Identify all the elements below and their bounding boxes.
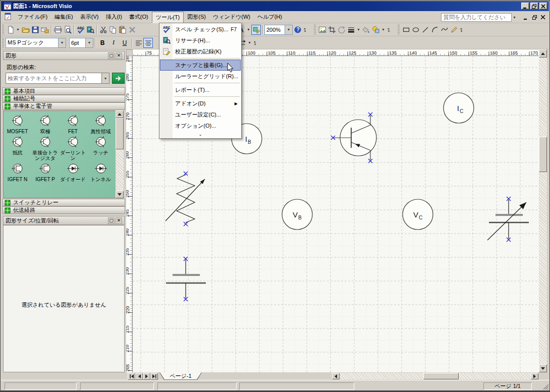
- toolbar-overflow-icon[interactable]: ▸▾: [386, 25, 392, 35]
- fill-bucket-button[interactable]: [361, 25, 371, 35]
- previous-page-icon[interactable]: [135, 373, 143, 380]
- menu-item-tools[interactable]: ABCスペル チェック(S)...F7: [160, 24, 241, 35]
- menu-tools[interactable]: ツール(T): [152, 12, 184, 23]
- search-go-button[interactable]: [112, 73, 125, 84]
- stencil-shape-igfet-n[interactable]: IGFET N: [4, 162, 31, 182]
- scroll-up-icon[interactable]: [539, 49, 547, 58]
- line-tool-button[interactable]: [420, 25, 430, 35]
- menu-item[interactable]: 図形(S): [184, 12, 209, 23]
- scrollbar-thumb[interactable]: [423, 373, 459, 379]
- float-panel-icon[interactable]: ▢: [108, 217, 115, 224]
- menu-item-tools[interactable]: 校正履歴の記録(K): [160, 46, 241, 57]
- paste-button[interactable]: [118, 25, 127, 35]
- float-panel-icon[interactable]: ▢: [108, 52, 115, 59]
- email-button[interactable]: [40, 25, 49, 35]
- bold-button[interactable]: B: [97, 38, 108, 48]
- dropdown-arrow-icon[interactable]: ▾: [356, 25, 361, 35]
- stencil-shape-ダーリントン[interactable]: ダーリントン: [59, 135, 87, 161]
- dropdown-arrow-icon[interactable]: ▾: [246, 25, 251, 35]
- toolbar-grip[interactable]: [2, 38, 4, 48]
- toolbar-overflow-icon[interactable]: ▸▾: [302, 25, 308, 35]
- close-icon[interactable]: [539, 3, 547, 10]
- arc-tool-button[interactable]: [430, 25, 439, 35]
- chevron-down-icon[interactable]: ▾: [58, 38, 66, 47]
- align-center-button[interactable]: [143, 38, 153, 48]
- menu-item-tools[interactable]: ユーザー設定(C)...: [160, 109, 241, 120]
- rotate-button[interactable]: [337, 25, 346, 35]
- next-page-icon[interactable]: [143, 373, 150, 380]
- crop-button[interactable]: [327, 25, 337, 35]
- stencil-scrollbar[interactable]: [116, 110, 124, 198]
- save-button[interactable]: [30, 25, 40, 35]
- menu-item-tools[interactable]: ルーラーとグリッド(R)...: [160, 71, 241, 82]
- menu-item[interactable]: 編集(E): [51, 12, 77, 23]
- scrollbar-thumb[interactable]: [116, 118, 124, 149]
- question-input[interactable]: [441, 13, 512, 22]
- ic-current-source[interactable]: IC: [444, 93, 474, 123]
- page-tab[interactable]: ページ-1: [159, 372, 202, 380]
- stencil-shape-抵抗[interactable]: 抵抗: [4, 135, 31, 161]
- stencil-tab[interactable]: 伝送経路: [3, 206, 125, 214]
- stencil-tab[interactable]: 基本項目: [3, 87, 125, 95]
- underline-button[interactable]: U: [119, 38, 130, 48]
- scrollbar-thumb[interactable]: [539, 137, 547, 172]
- shapes-window-button[interactable]: [251, 25, 261, 35]
- toolbar-overflow-icon[interactable]: ▸▾: [459, 25, 464, 35]
- stencil-shape-fet[interactable]: FET: [59, 114, 87, 134]
- vc-voltage-source[interactable]: VC: [403, 199, 433, 230]
- stencil-shape-mosfet[interactable]: MOSFET: [4, 114, 31, 134]
- dropdown-arrow-icon[interactable]: ▾: [15, 25, 21, 35]
- chevron-down-icon[interactable]: ▾: [285, 25, 292, 34]
- question-dropdown-icon[interactable]: ▾: [512, 12, 517, 22]
- vb-voltage-source[interactable]: VB: [282, 199, 312, 230]
- cut-button[interactable]: [98, 25, 108, 35]
- toolbar-grip[interactable]: [2, 25, 4, 35]
- stencil-shape-ダイオード[interactable]: ダイオード: [59, 162, 87, 182]
- menu-item[interactable]: ファイル(F): [14, 12, 51, 23]
- scroll-down-icon[interactable]: [539, 364, 547, 372]
- menu-item-tools[interactable]: オプション(O)...: [160, 120, 241, 131]
- mdi-close-icon[interactable]: [539, 14, 547, 21]
- menu-expand-chevron-icon[interactable]: ⌄⌄: [160, 131, 241, 138]
- scroll-left-icon[interactable]: [332, 373, 340, 379]
- scroll-up-icon[interactable]: [116, 110, 124, 118]
- font-size-combo[interactable]: 6pt ▾: [69, 38, 93, 48]
- scroll-down-icon[interactable]: [116, 191, 124, 198]
- resize-grip-icon[interactable]: [542, 383, 548, 389]
- minimize-icon[interactable]: [521, 3, 529, 10]
- shape-search-combo[interactable]: ▾: [6, 73, 109, 84]
- pencil-tool-button[interactable]: [449, 25, 459, 35]
- ellipse-tool-button[interactable]: [411, 25, 420, 35]
- menu-item-snap-and-glue[interactable]: スナップと接着(G)...: [160, 60, 241, 71]
- stencil-shape-単接合トランジスタ[interactable]: 単接合トランジスタ: [31, 135, 59, 161]
- zoom-level-combo[interactable]: 200%▾: [264, 25, 293, 35]
- research-button[interactable]: [85, 25, 95, 35]
- toolbar-grip[interactable]: [314, 25, 316, 35]
- restore-icon[interactable]: [530, 3, 538, 10]
- spelling-button[interactable]: ABC: [76, 25, 85, 35]
- stencil-shape-真性領域[interactable]: 真性領域: [87, 114, 115, 134]
- open-folder-button[interactable]: [21, 25, 30, 35]
- vertical-scrollbar[interactable]: [539, 49, 547, 372]
- shape-color-button[interactable]: [371, 25, 380, 35]
- new-page-button[interactable]: [6, 25, 15, 35]
- menu-item-tools[interactable]: アドオン(D)▶: [160, 98, 241, 109]
- close-panel-icon[interactable]: ✕: [116, 217, 122, 224]
- copy-button[interactable]: [108, 25, 118, 35]
- font-name-combo[interactable]: MS Pゴシック ▾: [6, 38, 66, 48]
- menu-item[interactable]: 挿入(I): [102, 12, 125, 23]
- line-weight-button[interactable]: [346, 25, 356, 35]
- menu-item[interactable]: ヘルプ(H): [254, 12, 286, 23]
- last-page-icon[interactable]: [150, 373, 158, 380]
- stencil-shape-ラッチ[interactable]: ラッチ: [87, 135, 115, 161]
- menu-item-tools[interactable]: レポート(T)...: [160, 84, 241, 95]
- close-panel-icon[interactable]: ✕: [116, 52, 122, 59]
- shape-search-input[interactable]: [6, 75, 101, 81]
- menu-item[interactable]: 書式(O): [126, 12, 152, 23]
- menu-item[interactable]: ウィンドウ(W): [209, 12, 254, 23]
- freeform-tool-button[interactable]: [439, 25, 449, 35]
- help-button[interactable]: ?: [293, 25, 302, 35]
- rectangle-tool-button[interactable]: [401, 25, 411, 35]
- mdi-minimize-icon[interactable]: [522, 14, 530, 21]
- menu-item-tools[interactable]: リサーチ(H)...: [160, 35, 241, 46]
